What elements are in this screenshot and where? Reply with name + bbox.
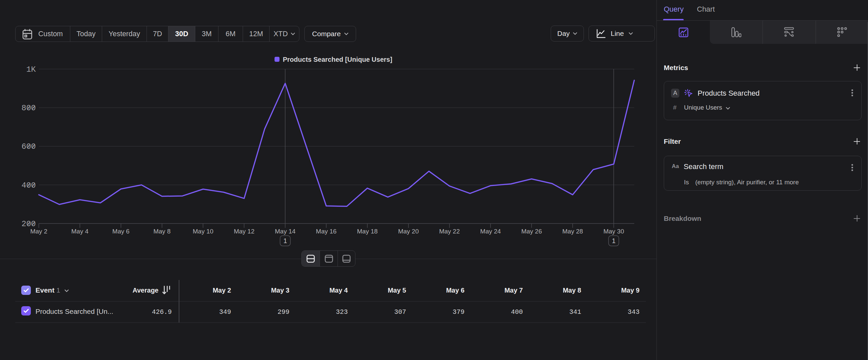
svg-text:May 30: May 30	[603, 228, 624, 235]
svg-text:May 18: May 18	[357, 228, 378, 235]
svg-text:May 20: May 20	[398, 228, 419, 235]
svg-text:May 4: May 4	[71, 228, 89, 235]
svg-text:May 14: May 14	[275, 228, 296, 235]
svg-text:May 12: May 12	[234, 228, 254, 235]
svg-text:1: 1	[612, 237, 615, 244]
svg-text:May 6: May 6	[113, 228, 130, 235]
svg-text:May 26: May 26	[521, 228, 542, 235]
svg-text:Products Searched [Unique User: Products Searched [Unique Users]	[283, 56, 392, 63]
svg-text:May 10: May 10	[193, 228, 213, 235]
svg-text:1: 1	[283, 237, 287, 244]
svg-text:May 28: May 28	[562, 228, 583, 235]
svg-text:May 24: May 24	[480, 228, 501, 235]
svg-text:May 22: May 22	[439, 228, 460, 235]
svg-text:May 2: May 2	[30, 228, 48, 235]
svg-text:May 8: May 8	[154, 228, 171, 235]
svg-text:1K: 1K	[26, 65, 36, 74]
svg-text:May 16: May 16	[316, 228, 337, 235]
